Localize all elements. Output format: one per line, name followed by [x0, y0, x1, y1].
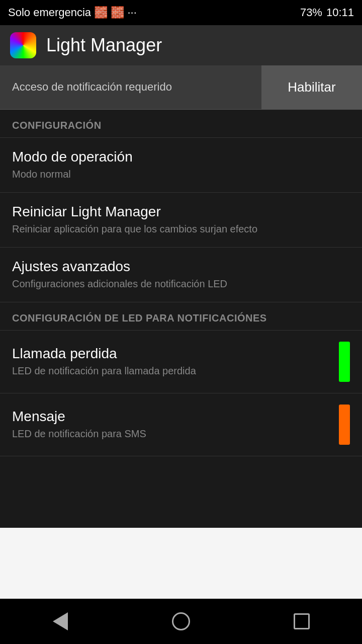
app-header: Light Manager [0, 25, 362, 65]
section-led-config: CONFIGURACIÓN DE LED PARA NOTIFICACIÓNES… [0, 302, 362, 456]
row-subtitle-modo: Modo normal [12, 167, 342, 181]
status-emergency-text: Solo emergencia 🧱 🧱 ··· [8, 6, 137, 19]
recent-icon [294, 613, 310, 629]
section-header-led: CONFIGURACIÓN DE LED PARA NOTIFICACIÓNES [0, 302, 362, 330]
row-modo-operacion[interactable]: Modo de operación Modo normal [0, 138, 362, 193]
bottom-nav [0, 599, 362, 644]
section-header-configuracion: CONFIGURACIÓN [0, 110, 362, 137]
back-icon [53, 612, 68, 630]
row-subtitle-reiniciar: Reiniciar aplicación para que los cambio… [12, 222, 342, 236]
status-left: Solo emergencia 🧱 🧱 ··· [8, 6, 137, 19]
notification-banner: Acceso de notificación requerido Habilit… [0, 65, 362, 110]
row-title-ajustes: Ajustes avanzados [12, 259, 342, 275]
row-subtitle-mensaje: LED de notificación para SMS [12, 427, 331, 441]
status-battery: 73% [300, 6, 322, 19]
row-ajustes-avanzados[interactable]: Ajustes avanzados Configuraciones adicio… [0, 248, 362, 302]
status-time: 10:11 [326, 6, 354, 19]
row-title-reiniciar: Reiniciar Light Manager [12, 204, 342, 220]
status-right: 73% 10:11 [300, 6, 354, 19]
row-title-llamada: Llamada perdida [12, 346, 331, 362]
row-title-mensaje: Mensaje [12, 409, 331, 425]
row-mensaje[interactable]: Mensaje LED de notificación para SMS [0, 393, 362, 456]
banner-text: Acceso de notificación requerido [0, 70, 261, 104]
app-icon [10, 32, 36, 58]
row-content-reiniciar: Reiniciar Light Manager Reiniciar aplica… [12, 204, 350, 236]
home-button[interactable] [166, 606, 196, 636]
main-content: CONFIGURACIÓN Modo de operación Modo nor… [0, 110, 362, 528]
row-title-modo: Modo de operación [12, 149, 342, 165]
spacer [0, 528, 362, 599]
row-content-modo: Modo de operación Modo normal [12, 149, 350, 181]
row-subtitle-ajustes: Configuraciones adicionales de notificac… [12, 277, 342, 291]
app-title: Light Manager [46, 35, 162, 56]
section-configuracion: CONFIGURACIÓN Modo de operación Modo nor… [0, 110, 362, 302]
row-reiniciar[interactable]: Reiniciar Light Manager Reiniciar aplica… [0, 193, 362, 248]
home-icon [172, 612, 190, 630]
led-indicator-orange [339, 405, 350, 445]
back-button[interactable] [45, 606, 75, 636]
status-bar: Solo emergencia 🧱 🧱 ··· 73% 10:11 [0, 0, 362, 25]
row-content-llamada: Llamada perdida LED de notificación para… [12, 346, 339, 378]
recent-button[interactable] [287, 606, 317, 636]
row-llamada-perdida[interactable]: Llamada perdida LED de notificación para… [0, 331, 362, 393]
led-indicator-green [339, 342, 350, 382]
row-content-mensaje: Mensaje LED de notificación para SMS [12, 409, 339, 441]
row-content-ajustes: Ajustes avanzados Configuraciones adicio… [12, 259, 350, 291]
habilitar-button[interactable]: Habilitar [261, 65, 362, 109]
row-subtitle-llamada: LED de notificación para llamada perdida [12, 364, 331, 378]
